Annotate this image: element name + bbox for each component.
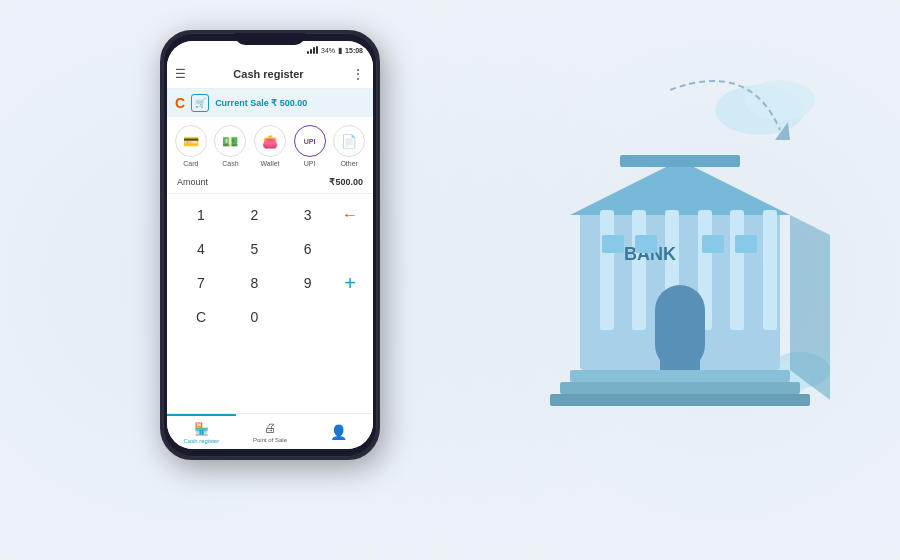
keypad-row-1: 1 2 3 ← (175, 200, 365, 230)
cash-label: Cash (222, 160, 238, 167)
nav-point-of-sale[interactable]: 🖨 Point of Sale (236, 414, 305, 449)
svg-rect-21 (635, 235, 657, 253)
svg-marker-6 (570, 160, 790, 215)
svg-rect-23 (735, 235, 757, 253)
svg-rect-7 (620, 155, 740, 167)
key-8[interactable]: 8 (228, 268, 280, 298)
phone-screen: 34% ▮ 15:08 ☰ Cash register ⋮ C 🛒 Curren… (167, 41, 373, 449)
keypad-row-3: 7 8 9 + (175, 268, 365, 298)
key-9[interactable]: 9 (282, 268, 334, 298)
key-5[interactable]: 5 (228, 234, 280, 264)
svg-rect-20 (602, 235, 624, 253)
signal-percent: 34% (321, 47, 335, 54)
svg-rect-22 (702, 235, 724, 253)
svg-rect-16 (570, 370, 790, 382)
keypad-row-2: 4 5 6 (175, 234, 365, 264)
keypad: 1 2 3 ← 4 5 6 7 8 9 + (167, 194, 373, 342)
payment-methods: 💳 Card 💵 Cash 👛 Wallet UPI UPI (167, 117, 373, 171)
key-4[interactable]: 4 (175, 234, 227, 264)
phone: 34% ▮ 15:08 ☰ Cash register ⋮ C 🛒 Curren… (160, 30, 380, 460)
sale-c-label[interactable]: C (175, 95, 185, 111)
svg-rect-9 (632, 210, 646, 330)
profile-nav-icon: 👤 (330, 424, 347, 440)
amount-label: Amount (177, 177, 208, 187)
wallet-icon: 👛 (254, 125, 286, 157)
svg-rect-17 (560, 382, 800, 394)
pay-method-cash[interactable]: 💵 Cash (214, 125, 246, 167)
amount-value: ₹500.00 (329, 177, 363, 187)
svg-rect-13 (763, 210, 777, 330)
svg-marker-24 (790, 215, 830, 400)
cash-icon: 💵 (214, 125, 246, 157)
nav-profile[interactable]: 👤 (304, 414, 373, 449)
pos-nav-label: Point of Sale (253, 437, 287, 443)
other-label: Other (340, 160, 358, 167)
card-label: Card (183, 160, 198, 167)
svg-rect-15 (660, 310, 700, 370)
pos-nav-icon: 🖨 (264, 421, 276, 435)
cash-register-nav-label: Cash register (183, 438, 219, 444)
key-7[interactable]: 7 (175, 268, 227, 298)
sale-label: Current Sale ₹ 500.00 (215, 98, 307, 108)
status-time: 15:08 (345, 47, 363, 54)
pay-method-wallet[interactable]: 👛 Wallet (254, 125, 286, 167)
upi-label: UPI (304, 160, 316, 167)
pay-method-card[interactable]: 💳 Card (175, 125, 207, 167)
key-plus[interactable]: + (335, 268, 365, 298)
phone-wrapper: 34% ▮ 15:08 ☰ Cash register ⋮ C 🛒 Curren… (160, 30, 380, 460)
key-6[interactable]: 6 (282, 234, 334, 264)
phone-notch (235, 33, 305, 45)
svg-point-1 (745, 80, 815, 120)
pay-method-other[interactable]: 📄 Other (333, 125, 365, 167)
key-0[interactable]: 0 (228, 302, 280, 332)
key-clear[interactable]: C (175, 302, 227, 332)
app-header: ☰ Cash register ⋮ (167, 59, 373, 89)
key-2[interactable]: 2 (228, 200, 280, 230)
scene: 34% ▮ 15:08 ☰ Cash register ⋮ C 🛒 Curren… (0, 0, 900, 560)
upi-icon: UPI (294, 125, 326, 157)
nav-cash-register[interactable]: 🏪 Cash register (167, 414, 236, 449)
other-icon: 📄 (333, 125, 365, 157)
svg-rect-12 (730, 210, 744, 330)
pay-method-upi[interactable]: UPI UPI (294, 125, 326, 167)
amount-row: Amount ₹500.00 (167, 171, 373, 194)
key-1[interactable]: 1 (175, 200, 227, 230)
card-icon: 💳 (175, 125, 207, 157)
sale-banner: C 🛒 Current Sale ₹ 500.00 (167, 89, 373, 117)
key-backspace[interactable]: ← (335, 200, 365, 230)
battery-icon: ▮ (338, 46, 342, 55)
cash-register-nav-icon: 🏪 (194, 422, 209, 436)
hamburger-icon[interactable]: ☰ (175, 67, 186, 81)
more-icon[interactable]: ⋮ (351, 66, 365, 82)
wallet-label: Wallet (260, 160, 279, 167)
app-title: Cash register (233, 68, 303, 80)
key-3[interactable]: 3 (282, 200, 334, 230)
signal-icon (307, 46, 318, 54)
svg-rect-18 (550, 394, 810, 406)
keypad-row-4: C 0 (175, 302, 365, 332)
bottom-nav: 🏪 Cash register 🖨 Point of Sale 👤 (167, 413, 373, 449)
bank-illustration: BANK (520, 50, 840, 450)
sale-cart-icon: 🛒 (191, 94, 209, 112)
svg-rect-8 (600, 210, 614, 330)
